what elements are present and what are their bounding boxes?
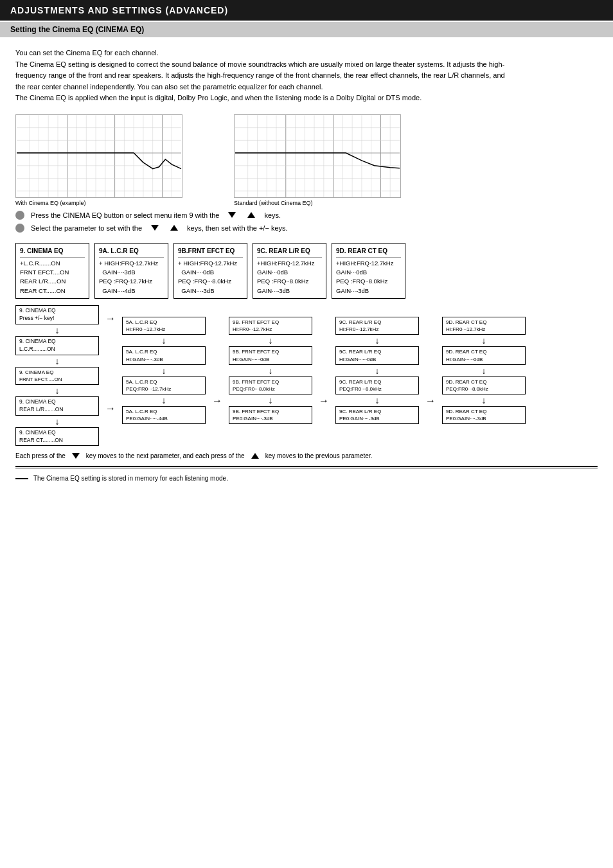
flow-arrow-down-3: ↓ — [55, 417, 60, 426]
flow-arrow-rearlr-3: ↓ — [375, 396, 380, 405]
flow-arrow-lcr-2: ↓ — [162, 366, 166, 375]
flow-lcr-2: 5A. L.C.R EQ HI:GAIN·····-3dB — [122, 346, 206, 364]
flow-arrow-col4-col5: → — [425, 305, 436, 407]
section-title: Setting the Cinema EQ (CINEMA EQ) — [10, 25, 144, 34]
flow-arrow-col1-col2: → → — [105, 305, 116, 414]
flow-arrow-frnt-2: ↓ — [269, 366, 273, 375]
graph2-container: Standard (without Cinema EQ) — [234, 114, 401, 198]
flow-arrow-down-0: ↓ — [55, 326, 60, 335]
flow-rearlr-2: 9C. REAR L/R EQ HI:GAIN······0dB — [335, 346, 419, 364]
flow-arrow-rearct-3: ↓ — [482, 396, 486, 405]
bottom-note-text: The Cinema EQ setting is stored in memor… — [33, 475, 228, 482]
flow-col5: ↓ 9D. REAR CT EQ HI:FR0···12.7kHz ↓ 9D. … — [442, 305, 526, 425]
section-bar: Setting the Cinema EQ (CINEMA EQ) — [0, 22, 613, 37]
step-row-1: Press the CINEMA EQ button or select men… — [15, 211, 598, 220]
menu2-line3: PEQ :FRQ·12.7kHz — [99, 277, 164, 286]
intro-line2: The Cinema EQ setting is designed to cor… — [15, 59, 598, 71]
step2-text: Select the parameter to set with the — [31, 224, 142, 232]
flow-arrow-rearct-2: ↓ — [482, 366, 486, 375]
menu-rear-ct-eq: 9D. REAR CT EQ +HIGH:FRQ·12.7kHz GAIN···… — [332, 243, 405, 299]
flow-rearct-3: 9D. REAR CT EQ PEQ:FR0···8.0kHz — [442, 376, 526, 394]
flow-col2: ↓ 5A. L.C.R EQ HI:FR0···12.7kHz ↓ 5A. L.… — [122, 305, 206, 425]
menu2-line4: GAIN···-4dB — [99, 287, 164, 296]
graph2: Standard (without Cinema EQ) — [234, 114, 401, 198]
note-keys-text3: key moves to the previous parameter. — [265, 452, 373, 459]
flow-rearct-4: 9D. REAR CT EQ PE0:GAIN····-3dB — [442, 406, 526, 424]
menu1-line3: REAR L/R.....ON — [20, 277, 85, 286]
menu-lcr-eq: 9A. L.C.R EQ + HIGH:FRQ·12.7kHz GAIN···-… — [94, 243, 168, 299]
menu3-line2: GAIN····0dB — [178, 268, 243, 277]
graph1-container: With Cinema EQ (example) — [15, 114, 182, 198]
flow-rearlr-4: 9C. REAR L/R EQ PE0:GAIN····-3dB — [335, 406, 419, 424]
flow-arrow-rearlr-1: ↓ — [375, 336, 380, 345]
up-arrow-note — [251, 453, 259, 459]
flow-arrow-frnt-3: ↓ — [269, 396, 273, 405]
menu2-title: 9A. L.C.R EQ — [99, 246, 164, 258]
flow-frnt-4: 9B. FRNT EFCT EQ PE0:GAIN····-3dB — [229, 406, 312, 424]
menu3-line3: PEQ :FRQ···8.0kHz — [178, 277, 243, 286]
flow-arrow-col3-col4: → — [319, 305, 329, 407]
menu-rear-lr-eq: 9C. REAR L/R EQ +HIGH:FRQ·12.7kHz GAIN··… — [253, 243, 326, 299]
flow-arrow-down-2: ↓ — [55, 386, 60, 395]
step-indicators: Press the CINEMA EQ button or select men… — [15, 211, 598, 233]
graph1-label: With Cinema EQ (example) — [15, 200, 182, 206]
flow-lcr-4: 5A. L.C.R EQ PE0:GAIN·····-4dB — [122, 406, 206, 424]
graph1: With Cinema EQ (example) — [15, 114, 182, 198]
flow-frnt-2: 9B. FRNT EFCT EQ HI:GAIN······0dB — [229, 346, 312, 364]
flow-start-box: 9. CINEMA EQ Press +/− key! — [15, 305, 99, 324]
flow-rearct-1: 9D. REAR CT EQ HI:FR0···12.7kHz — [442, 317, 526, 335]
menu4-line1: +HIGH:FRQ·12.7kHz — [257, 259, 322, 268]
menu-cinema-eq: 9. CINEMA EQ +L.C.R.......ON FRNT EFCT..… — [15, 243, 89, 299]
step1-text: Press the CINEMA EQ button or select men… — [31, 211, 219, 219]
flow-diagram: 9. CINEMA EQ Press +/− key! ↓ 9. CINEMA … — [15, 305, 598, 447]
down-arrow-2 — [151, 225, 159, 231]
flow-cinema-rear-ct: 9. CINEMA EQ REAR CT........ON — [15, 427, 99, 447]
flow-col3: ↓ 9B. FRNT EFCT EQ HI:FR0···12.7kHz ↓ 9B… — [229, 305, 312, 425]
menu5-line2: GAIN···0dB — [336, 268, 401, 277]
menu5-line3: PEQ :FRQ··8.0kHz — [336, 277, 401, 286]
bullet-1 — [15, 211, 24, 220]
flow-arrow-col2-col3: → — [212, 305, 222, 407]
graph2-grid — [234, 114, 401, 198]
flow-cinema-frnt: 9. CINEMA EQ FRNT EFCT.....ON — [15, 367, 99, 385]
flow-lcr-3: 5A. L.C.R EQ PEQ:FR0···12.7kHz — [122, 376, 206, 394]
menu4-line3: PEQ :FRQ··8.0kHz — [257, 277, 322, 286]
flow-cinema-lcr: 9. CINEMA EQ L.C.R.........ON — [15, 336, 99, 355]
menu5-title: 9D. REAR CT EQ — [336, 246, 401, 258]
graph1-grid — [15, 114, 182, 198]
intro-block: You can set the Cinema EQ for each chann… — [15, 48, 598, 104]
flow-rearlr-3: 9C. REAR L/R EQ PEQ:FR0···8.0kHz — [335, 376, 419, 394]
flow-arrow-rearct-1: ↓ — [482, 336, 486, 345]
menu1-title: 9. CINEMA EQ — [20, 246, 85, 258]
intro-line4: the rear center channel independently. Y… — [15, 82, 598, 93]
flow-col1: 9. CINEMA EQ Press +/− key! ↓ 9. CINEMA … — [15, 305, 99, 447]
menu4-line2: GAIN···0dB — [257, 268, 322, 277]
note-keys-text2: key moves to the next parameter, and eac… — [86, 452, 245, 459]
step-row-2: Select the parameter to set with the key… — [15, 224, 598, 233]
flow-lcr-1: 5A. L.C.R EQ HI:FR0···12.7kHz — [122, 317, 206, 335]
flow-frnt-1: 9B. FRNT EFCT EQ HI:FR0···12.7kHz — [229, 317, 312, 335]
intro-line1: You can set the Cinema EQ for each chann… — [15, 48, 598, 59]
menu3-line1: + HIGH:FRQ·12.7kHz — [178, 259, 243, 268]
double-line — [15, 466, 598, 468]
intro-line3: frequency range of the front and rear sp… — [15, 70, 598, 82]
menu3-title: 9B.FRNT EFCT EQ — [178, 246, 243, 258]
menu1-line4: REAR CT......ON — [20, 287, 85, 296]
up-arrow-2 — [170, 225, 178, 231]
step1-text2: keys. — [264, 211, 281, 219]
flow-arrow-rearlr-2: ↓ — [375, 366, 380, 375]
flow-cinema-rear-lr: 9. CINEMA EQ REAR L/R.......ON — [15, 396, 99, 416]
menu1-line2: FRNT EFCT....ON — [20, 268, 85, 277]
flow-arrow-lcr-3: ↓ — [162, 396, 166, 405]
flow-arrow-frnt-1: ↓ — [269, 336, 273, 345]
header-title: ADJUSTMENTS AND SETTINGS (ADVANCED) — [10, 5, 228, 15]
menu1-line1: +L.C.R.......ON — [20, 259, 85, 268]
menu-frnt-efct-eq: 9B.FRNT EFCT EQ + HIGH:FRQ·12.7kHz GAIN·… — [173, 243, 247, 299]
header-bar: ADJUSTMENTS AND SETTINGS (ADVANCED) — [0, 0, 613, 21]
flow-rearct-2: 9D. REAR CT EQ HI:GAIN······0dB — [442, 346, 526, 364]
flow-arrow-down-1: ↓ — [55, 357, 60, 366]
dash-icon — [15, 478, 28, 479]
bottom-note: The Cinema EQ setting is stored in memor… — [15, 475, 598, 482]
menus-row: 9. CINEMA EQ +L.C.R.......ON FRNT EFCT..… — [15, 243, 598, 299]
down-arrow-note — [72, 453, 80, 459]
